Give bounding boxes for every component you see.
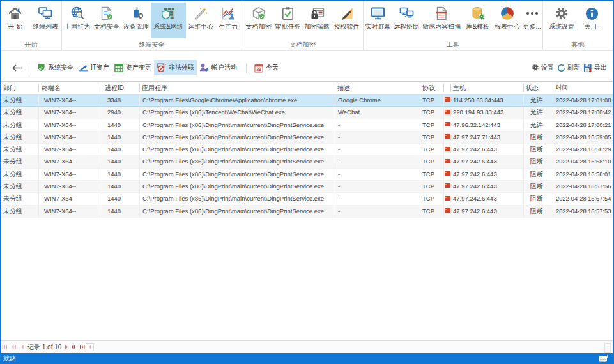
tab-system-security[interactable]: 系统安全 bbox=[35, 60, 76, 75]
back-arrow-icon bbox=[12, 64, 22, 72]
window-lock-icon bbox=[310, 4, 325, 21]
ribbon-item-authorized-software[interactable]: 授权软件 bbox=[332, 3, 362, 38]
cell-dept: 未分组 bbox=[1, 206, 39, 217]
tab-label: 资产变更 bbox=[126, 63, 151, 72]
ribbon-item-system-network[interactable]: 系统&网络 bbox=[151, 3, 186, 38]
ribbon-item-label: 运维中心 bbox=[188, 22, 213, 31]
column-header-status[interactable]: 状态 bbox=[524, 82, 553, 94]
ribbon-item-about[interactable]: 关 于 bbox=[578, 3, 606, 38]
tab-asset-changes[interactable]: 资产变更 bbox=[112, 60, 154, 75]
export-button[interactable]: 导出 bbox=[583, 63, 607, 72]
cell-terminal: WIN7-X64-- bbox=[39, 132, 102, 143]
column-header-desc[interactable]: 描述 bbox=[335, 82, 420, 94]
settings-button[interactable]: 设置 bbox=[532, 63, 554, 72]
ribbon-item-label: 文档加密 bbox=[246, 22, 272, 31]
column-header-proto[interactable]: 协议 bbox=[420, 82, 444, 94]
ribbon-item-web-behavior[interactable]: 上网行为 bbox=[63, 3, 92, 38]
ribbon-item-terminal-list[interactable]: 终端列表 bbox=[30, 3, 61, 38]
last-record-button[interactable] bbox=[80, 343, 85, 352]
ribbon-item-encrypt-policy[interactable]: 加密策略 bbox=[303, 3, 332, 38]
ribbon-item-system-settings[interactable]: 系统设置 bbox=[546, 3, 578, 38]
tab-account-activity[interactable]: 帐户活动 bbox=[197, 60, 240, 75]
table-row[interactable]: 未分组 WIN7-X64-- 3348 C:\Program Files\Goo… bbox=[1, 95, 613, 107]
keyboard-icon[interactable] bbox=[599, 355, 608, 363]
cell-status: 阻断 bbox=[524, 193, 553, 204]
prev-page-button[interactable] bbox=[12, 343, 16, 352]
tab-it-assets[interactable]: IT资产 bbox=[76, 60, 112, 75]
grid-empty-area bbox=[1, 218, 613, 340]
ribbon-item-remote-assist[interactable]: 远程协助 bbox=[392, 3, 421, 38]
next-record-button[interactable] bbox=[65, 343, 68, 352]
table-row[interactable]: 未分组 WIN7-X64-- 1440 C:\Program Files (x8… bbox=[1, 144, 613, 156]
ribbon-item-more[interactable]: 更多... bbox=[521, 3, 542, 38]
table-row[interactable]: 未分组 WIN7-X64-- 1440 C:\Program Files (x8… bbox=[1, 132, 613, 144]
ribbon-item-device-mgmt[interactable]: 设备管理 bbox=[121, 3, 151, 38]
ribbon-item-ops-center[interactable]: 运维中心 bbox=[186, 3, 215, 38]
cell-proto: TCP bbox=[420, 206, 444, 217]
column-header-pid[interactable]: 进程ID bbox=[102, 82, 140, 94]
ribbon-item-label: 文档安全 bbox=[94, 22, 119, 31]
ribbon-item-label: 报表中心 bbox=[495, 22, 520, 31]
column-header-app[interactable]: 应用程序 bbox=[140, 82, 335, 94]
ribbon-item-doc-security[interactable]: 文档安全 bbox=[92, 3, 121, 38]
cell-proto: TCP bbox=[420, 132, 444, 143]
table-row[interactable]: 未分组 WIN7-X64-- 1440 C:\Program Files (x8… bbox=[1, 119, 613, 132]
ribbon-item-home[interactable]: 开 始 bbox=[1, 3, 30, 38]
cell-dept: 未分组 bbox=[1, 181, 39, 192]
ribbon-item-report-center[interactable]: 报表中心 bbox=[493, 3, 522, 38]
cell-app: C:\Program Files\Google\Chrome\Applicati… bbox=[140, 95, 335, 106]
column-header-terminal[interactable]: 终端名 bbox=[39, 82, 102, 94]
ribbon-item-sensitive-scan[interactable]: 敏感内容扫描 bbox=[420, 3, 463, 38]
ribbon-item-productivity[interactable]: 生产力 bbox=[215, 3, 241, 38]
cell-flag bbox=[444, 156, 451, 167]
cell-dept: 未分组 bbox=[1, 132, 39, 143]
column-header-dept[interactable]: 部门 bbox=[1, 82, 39, 94]
cell-dept: 未分组 bbox=[1, 119, 39, 131]
ribbon-item-label: 设备管理 bbox=[123, 22, 149, 31]
first-record-button[interactable] bbox=[2, 343, 7, 352]
toolbar-separator bbox=[246, 63, 247, 73]
tab-illegal-connection[interactable]: 非法外联 bbox=[154, 60, 197, 75]
ribbon-item-library-templates[interactable]: 库&模板 bbox=[463, 3, 493, 38]
grid-body: 未分组 WIN7-X64-- 3348 C:\Program Files\Goo… bbox=[1, 95, 613, 218]
record-navigator: 记录 1 of 10 bbox=[1, 340, 613, 353]
prev-record-button[interactable] bbox=[21, 343, 24, 352]
globe-search-icon bbox=[70, 4, 86, 21]
status-bar: 就绪 bbox=[0, 353, 614, 364]
cell-flag bbox=[444, 206, 451, 217]
next-page-button[interactable] bbox=[72, 343, 76, 352]
refresh-button[interactable]: 刷新 bbox=[557, 63, 580, 72]
cell-proto: TCP bbox=[420, 181, 444, 192]
navigator-edit-button[interactable] bbox=[86, 343, 94, 351]
ruler-pencil-icon bbox=[339, 4, 355, 21]
table-row[interactable]: 未分组 WIN7-X64-- 1440 C:\Program Files (x8… bbox=[1, 193, 613, 205]
table-row[interactable]: 未分组 WIN7-X64-- 2940 C:\Program Files (x8… bbox=[1, 107, 613, 119]
cell-time: 2022-04-28 17:00:21 bbox=[553, 119, 613, 131]
column-header-flag[interactable] bbox=[444, 82, 451, 94]
cell-proto: TCP bbox=[420, 193, 444, 204]
table-row[interactable]: 未分组 WIN7-X64-- 1440 C:\Program Files (x8… bbox=[1, 169, 613, 181]
tab-label: IT资产 bbox=[91, 63, 109, 72]
back-button[interactable] bbox=[11, 64, 22, 72]
cell-pid: 1440 bbox=[102, 169, 140, 180]
column-header-time[interactable]: 时间 bbox=[553, 82, 613, 94]
settings-gear-icon bbox=[532, 64, 539, 72]
cell-status: 阻断 bbox=[524, 181, 553, 192]
shield-green-icon bbox=[37, 63, 45, 72]
table-row[interactable]: 未分组 WIN7-X64-- 1440 C:\Program Files (x8… bbox=[1, 156, 613, 168]
column-header-host[interactable]: 主机 bbox=[451, 82, 524, 94]
table-row[interactable]: 未分组 WIN7-X64-- 1440 C:\Program Files (x8… bbox=[1, 181, 613, 193]
ribbon-item-label: 实时屏幕 bbox=[365, 22, 390, 31]
ribbon-item-label: 库&模板 bbox=[466, 22, 489, 31]
terminal-list-icon bbox=[37, 4, 54, 21]
ribbon-item-realtime-screen[interactable]: 实时屏幕 bbox=[364, 3, 392, 38]
calendar-icon: 23 bbox=[254, 63, 263, 73]
tab-today[interactable]: 23 今天 bbox=[252, 60, 281, 76]
ribbon-item-doc-encrypt[interactable]: 文档加密 bbox=[244, 3, 273, 38]
ribbon-item-label: 敏感内容扫描 bbox=[422, 22, 461, 31]
document-scan-icon bbox=[434, 4, 449, 21]
info-icon bbox=[585, 4, 599, 21]
cell-host: 220.194.93.83:443 bbox=[451, 107, 524, 118]
ribbon-item-approval-tasks[interactable]: 审批任务 bbox=[273, 3, 303, 38]
table-row[interactable]: 未分组 WIN7-X64-- 1440 C:\Program Files (x8… bbox=[1, 206, 613, 218]
